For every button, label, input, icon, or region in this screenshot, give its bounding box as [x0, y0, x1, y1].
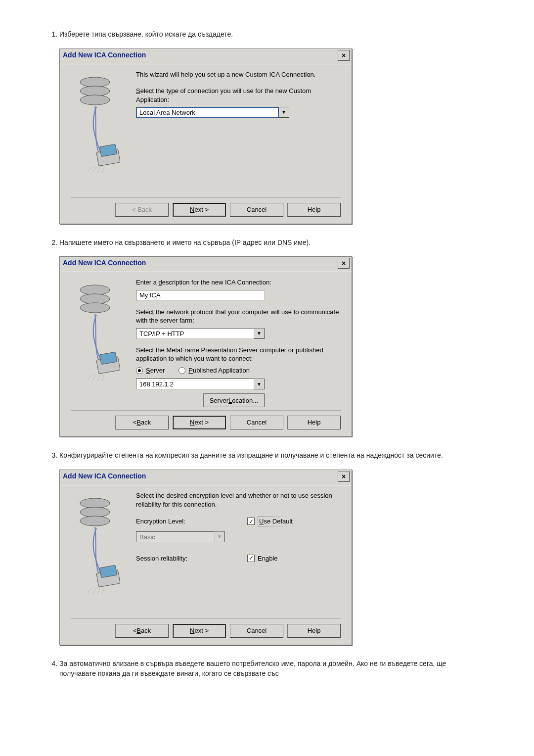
next-button[interactable]: Next > — [173, 203, 226, 217]
dialog-2-content: Enter a description for the new ICA Conn… — [129, 276, 341, 407]
radio-icon — [136, 367, 143, 374]
chevron-down-icon[interactable]: ▼ — [254, 378, 265, 389]
svg-line-5 — [88, 166, 92, 172]
svg-point-11 — [80, 303, 110, 313]
instruction-list: Изберете типа свързване, който искате да… — [59, 30, 514, 678]
back-button[interactable]: < Back — [115, 624, 169, 638]
next-button[interactable]: Next > — [173, 624, 226, 638]
dialog-1: Add New ICA Connection × — [59, 48, 352, 224]
description-label: Enter a description for the new ICA Conn… — [136, 278, 341, 287]
svg-point-10 — [80, 294, 110, 304]
dialog-title: Add New ICA Connection — [63, 50, 146, 60]
wizard-graphic — [71, 68, 129, 194]
checkbox-icon: ✓ — [247, 555, 255, 562]
step-4-text: За автоматично влизане в сървъра въведет… — [59, 660, 446, 677]
encryption-level-value: Basic — [136, 531, 215, 542]
close-button[interactable]: × — [338, 471, 350, 482]
radio-published-app[interactable]: Published Application — [178, 366, 250, 375]
step-3-text: Конфигурирайте степента на компресия за … — [59, 451, 443, 459]
protocol-combo[interactable]: TCP/IP + HTTP ▼ — [136, 328, 265, 339]
button-bar: < Back Next > Cancel Help — [71, 410, 341, 429]
target-radio-group: Server Published Application — [136, 366, 341, 375]
close-icon: × — [342, 473, 346, 480]
titlebar: Add New ICA Connection × — [60, 49, 352, 64]
dialog-3: Add New ICA Connection × — [59, 470, 352, 645]
cancel-button[interactable]: Cancel — [230, 624, 283, 638]
step-2: Напишете името на свързването и името на… — [59, 238, 485, 437]
radio-pub-label: Published Application — [188, 366, 250, 375]
button-bar: < Back Next > Cancel Help — [71, 618, 341, 638]
cancel-button[interactable]: Cancel — [230, 203, 283, 217]
close-icon: × — [342, 260, 346, 267]
svg-line-26 — [102, 587, 104, 594]
wizard-graphic — [71, 276, 129, 407]
step-3: Конфигурирайте степента на компресия за … — [59, 451, 485, 645]
svg-line-17 — [102, 374, 104, 381]
checkbox-icon: ✓ — [247, 518, 255, 525]
help-button[interactable]: Help — [287, 624, 341, 638]
svg-line-8 — [102, 166, 104, 173]
connection-type-label: Select the type of connection you will u… — [136, 87, 341, 104]
svg-line-16 — [97, 374, 100, 381]
back-button: < Back — [115, 203, 169, 217]
server-location-button[interactable]: Server Location... — [203, 393, 265, 407]
enable-label: Enable — [258, 554, 278, 563]
enable-checkbox[interactable]: ✓ Enable — [247, 554, 294, 563]
dialog-2: Add New ICA Connection × — [59, 256, 352, 437]
step-1: Изберете типа свързване, който искате да… — [59, 30, 485, 224]
server-combo[interactable]: 168.192.1.2 ▼ — [136, 378, 265, 389]
svg-point-19 — [80, 507, 110, 517]
close-button[interactable]: × — [338, 258, 350, 269]
connection-type-combo[interactable]: Local Area Network ▼ — [136, 107, 289, 118]
titlebar: Add New ICA Connection × — [60, 257, 352, 272]
protocol-value: TCP/IP + HTTP — [136, 328, 254, 339]
dialog-title: Add New ICA Connection — [63, 472, 146, 481]
radio-server-label: Server — [146, 366, 165, 375]
svg-point-9 — [80, 285, 110, 295]
session-reliability-label: Session reliability: — [136, 554, 247, 563]
encryption-intro: Select the desired encryption level and … — [136, 491, 341, 509]
back-button[interactable]: < Back — [115, 416, 169, 429]
encryption-level-combo: Basic ▼ — [136, 531, 225, 542]
encryption-level-label: Encryption Level: — [136, 517, 247, 526]
chevron-down-icon: ▼ — [215, 531, 225, 542]
dialog-title: Add New ICA Connection — [63, 258, 146, 268]
use-default-checkbox[interactable]: ✓ Use Default — [247, 517, 294, 526]
use-default-label: Use Default — [258, 517, 294, 526]
svg-point-2 — [80, 95, 110, 105]
svg-line-24 — [92, 587, 96, 594]
radio-server[interactable]: Server — [136, 366, 165, 375]
wizard-graphic — [71, 489, 129, 615]
cancel-button[interactable]: Cancel — [230, 416, 283, 429]
step-4: За автоматично влизане в сървъра въведет… — [59, 659, 485, 678]
protocol-label: Select the network protocol that your co… — [136, 308, 341, 325]
svg-line-23 — [88, 587, 92, 593]
description-input[interactable] — [136, 290, 265, 301]
dialog-1-content: This wizard will help you set up a new C… — [129, 68, 341, 194]
svg-point-18 — [80, 498, 110, 508]
step-1-text: Изберете типа свързване, който искате да… — [59, 30, 233, 38]
chevron-down-icon[interactable]: ▼ — [279, 107, 289, 118]
svg-line-15 — [92, 374, 96, 381]
next-button[interactable]: Next > — [173, 416, 226, 429]
svg-point-0 — [80, 77, 110, 87]
connection-type-value: Local Area Network — [136, 107, 279, 118]
titlebar: Add New ICA Connection × — [60, 470, 352, 485]
svg-line-25 — [97, 587, 100, 594]
wizard-intro: This wizard will help you set up a new C… — [136, 70, 341, 79]
server-value: 168.192.1.2 — [136, 378, 254, 389]
dialog-3-content: Select the desired encryption level and … — [129, 489, 341, 615]
svg-line-14 — [88, 374, 92, 380]
svg-line-6 — [92, 166, 96, 173]
close-button[interactable]: × — [338, 50, 350, 61]
target-label: Select the MetaFrame Presentation Server… — [136, 346, 341, 363]
step-2-text: Напишете името на свързването и името на… — [59, 238, 311, 246]
chevron-down-icon[interactable]: ▼ — [254, 328, 265, 339]
svg-line-7 — [97, 166, 100, 173]
button-bar: < Back Next > Cancel Help — [71, 197, 341, 217]
help-button[interactable]: Help — [287, 416, 341, 429]
close-icon: × — [342, 52, 346, 59]
help-button[interactable]: Help — [287, 203, 341, 217]
radio-icon — [178, 367, 185, 374]
svg-point-1 — [80, 86, 110, 96]
